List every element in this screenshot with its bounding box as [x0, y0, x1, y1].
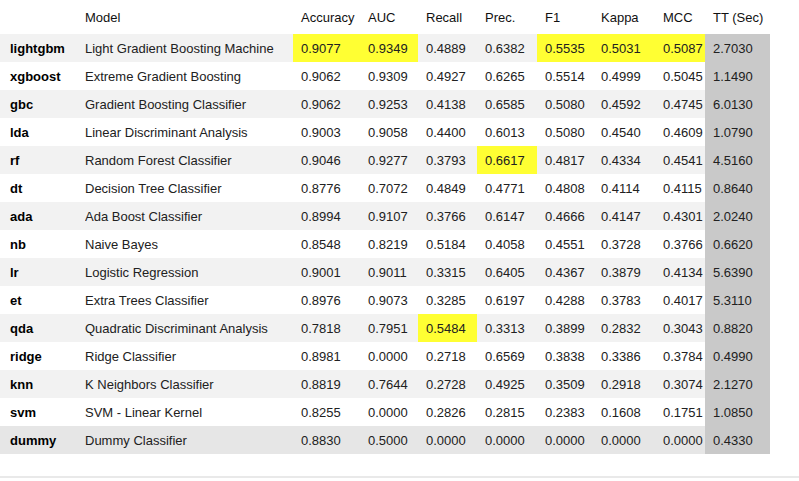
- metric-cell-accuracy: 0.8976: [293, 286, 360, 314]
- table-row: lrLogistic Regression0.90010.90110.33150…: [0, 258, 770, 286]
- table-row: adaAda Boost Classifier0.89940.91070.376…: [0, 202, 770, 230]
- model-name-cell: Random Forest Classifier: [85, 146, 293, 174]
- metric-cell-f1: 0.3509: [537, 370, 593, 398]
- table-row: rfRandom Forest Classifier0.90460.92770.…: [0, 146, 770, 174]
- metric-cell-accuracy: 0.8548: [293, 230, 360, 258]
- metric-cell-recall: 0.2718: [418, 342, 477, 370]
- metric-cell-kappa: 0.0000: [593, 426, 655, 454]
- metric-cell-mcc: 0.1751: [655, 398, 705, 426]
- column-header-accuracy: Accuracy: [293, 0, 360, 34]
- row-index-label: gbc: [0, 90, 85, 118]
- metric-cell-f1: 0.4666: [537, 202, 593, 230]
- metric-cell-recall: 0.2826: [418, 398, 477, 426]
- metric-cell-recall: 0.4927: [418, 62, 477, 90]
- metric-cell-kappa: 0.3728: [593, 230, 655, 258]
- metric-cell-recall: 0.0000: [418, 426, 477, 454]
- metric-cell-prec: 0.6585: [477, 90, 537, 118]
- metric-cell-mcc: 0.5087: [655, 34, 705, 62]
- metric-cell-prec: 0.4058: [477, 230, 537, 258]
- metric-cell-kappa: 0.2832: [593, 314, 655, 342]
- metric-cell-tt: 1.0850: [705, 398, 770, 426]
- metric-cell-mcc: 0.4609: [655, 118, 705, 146]
- table-body: lightgbmLight Gradient Boosting Machine0…: [0, 34, 770, 454]
- metric-cell-tt: 0.4330: [705, 426, 770, 454]
- metric-cell-prec: 0.2815: [477, 398, 537, 426]
- metric-cell-prec: 0.0000: [477, 426, 537, 454]
- row-index-label: xgboost: [0, 62, 85, 90]
- metric-cell-prec: 0.6265: [477, 62, 537, 90]
- metric-cell-accuracy: 0.8981: [293, 342, 360, 370]
- metric-cell-recall: 0.3793: [418, 146, 477, 174]
- metric-cell-auc: 0.9309: [360, 62, 418, 90]
- column-header-mcc: MCC: [655, 0, 705, 34]
- model-name-cell: Linear Discriminant Analysis: [85, 118, 293, 146]
- metric-cell-mcc: 0.3074: [655, 370, 705, 398]
- row-index-label: ridge: [0, 342, 85, 370]
- metric-cell-accuracy: 0.9001: [293, 258, 360, 286]
- metric-cell-tt: 0.4990: [705, 342, 770, 370]
- metric-cell-f1: 0.2383: [537, 398, 593, 426]
- metric-cell-auc: 0.7951: [360, 314, 418, 342]
- table-row: qdaQuadratic Discriminant Analysis0.7818…: [0, 314, 770, 342]
- metric-cell-kappa: 0.4147: [593, 202, 655, 230]
- table-row: etExtra Trees Classifier0.89760.90730.32…: [0, 286, 770, 314]
- metric-cell-f1: 0.5080: [537, 90, 593, 118]
- metric-cell-recall: 0.3315: [418, 258, 477, 286]
- metric-cell-f1: 0.5080: [537, 118, 593, 146]
- column-header-f1: F1: [537, 0, 593, 34]
- metric-cell-f1: 0.5514: [537, 62, 593, 90]
- row-index-label: dt: [0, 174, 85, 202]
- column-header-auc: AUC: [360, 0, 418, 34]
- metric-cell-f1: 0.5535: [537, 34, 593, 62]
- column-header-tt-sec: TT (Sec): [705, 0, 770, 34]
- metric-cell-prec: 0.6382: [477, 34, 537, 62]
- metric-cell-f1: 0.4551: [537, 230, 593, 258]
- metric-cell-accuracy: 0.9077: [293, 34, 360, 62]
- metric-cell-kappa: 0.2918: [593, 370, 655, 398]
- metric-cell-kappa: 0.4114: [593, 174, 655, 202]
- metric-cell-accuracy: 0.8776: [293, 174, 360, 202]
- table-row: xgboostExtreme Gradient Boosting0.90620.…: [0, 62, 770, 90]
- metric-cell-recall: 0.4138: [418, 90, 477, 118]
- column-header-prec: Prec.: [477, 0, 537, 34]
- model-name-cell: Dummy Classifier: [85, 426, 293, 454]
- model-name-cell: Ridge Classifier: [85, 342, 293, 370]
- model-name-cell: K Neighbors Classifier: [85, 370, 293, 398]
- table-row: gbcGradient Boosting Classifier0.90620.9…: [0, 90, 770, 118]
- metric-cell-accuracy: 0.9062: [293, 62, 360, 90]
- row-index-label: nb: [0, 230, 85, 258]
- model-name-cell: Extreme Gradient Boosting: [85, 62, 293, 90]
- table-row: lightgbmLight Gradient Boosting Machine0…: [0, 34, 770, 62]
- metric-cell-f1: 0.4288: [537, 286, 593, 314]
- metric-cell-accuracy: 0.7818: [293, 314, 360, 342]
- model-name-cell: Naive Bayes: [85, 230, 293, 258]
- metric-cell-mcc: 0.4745: [655, 90, 705, 118]
- metric-cell-prec: 0.6569: [477, 342, 537, 370]
- metric-cell-recall: 0.4889: [418, 34, 477, 62]
- metric-cell-mcc: 0.0000: [655, 426, 705, 454]
- metric-cell-kappa: 0.4592: [593, 90, 655, 118]
- metric-cell-tt: 5.3110: [705, 286, 770, 314]
- metric-cell-prec: 0.6013: [477, 118, 537, 146]
- metric-cell-f1: 0.3838: [537, 342, 593, 370]
- metric-cell-recall: 0.2728: [418, 370, 477, 398]
- table-row: ridgeRidge Classifier0.89810.00000.27180…: [0, 342, 770, 370]
- table-row: svmSVM - Linear Kernel0.82550.00000.2826…: [0, 398, 770, 426]
- metric-cell-mcc: 0.4134: [655, 258, 705, 286]
- metric-cell-auc: 0.0000: [360, 398, 418, 426]
- metric-cell-kappa: 0.4999: [593, 62, 655, 90]
- metric-cell-mcc: 0.3043: [655, 314, 705, 342]
- table-row: ldaLinear Discriminant Analysis0.90030.9…: [0, 118, 770, 146]
- metric-cell-accuracy: 0.8994: [293, 202, 360, 230]
- model-name-cell: Ada Boost Classifier: [85, 202, 293, 230]
- column-header-recall: Recall: [418, 0, 477, 34]
- model-name-cell: Decision Tree Classifier: [85, 174, 293, 202]
- metric-cell-mcc: 0.3784: [655, 342, 705, 370]
- metric-cell-tt: 6.0130: [705, 90, 770, 118]
- metric-cell-mcc: 0.4301: [655, 202, 705, 230]
- metric-cell-prec: 0.6405: [477, 258, 537, 286]
- metric-cell-recall: 0.3766: [418, 202, 477, 230]
- metric-cell-accuracy: 0.8819: [293, 370, 360, 398]
- metric-cell-mcc: 0.4017: [655, 286, 705, 314]
- metric-cell-auc: 0.7644: [360, 370, 418, 398]
